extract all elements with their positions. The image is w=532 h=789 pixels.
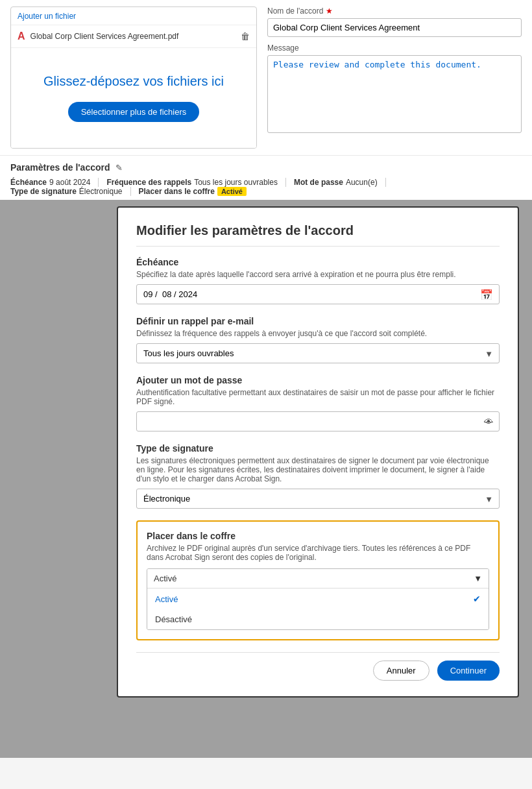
- top-section: Ajouter un fichier A Global Corp Client …: [0, 0, 532, 155]
- modal-sig-type-section: Type de signature Les signatures électro…: [136, 443, 500, 509]
- modal-deadline-section: Échéance Spécifiez la date après laquell…: [136, 257, 500, 304]
- right-panel: Nom de l'accord ★ Message Please review …: [267, 6, 522, 149]
- params-title: Paramètres de l'accord: [10, 162, 110, 173]
- file-item: A Global Corp Client Services Agreement.…: [11, 25, 256, 48]
- param-deadline: Échéance 9 août 2024: [10, 178, 99, 187]
- vault-title: Placer dans le coffre: [147, 531, 489, 541]
- cancel-button[interactable]: Annuler: [373, 661, 429, 681]
- message-textarea[interactable]: Please review and complete this document…: [267, 55, 522, 133]
- eye-icon[interactable]: 👁: [484, 417, 493, 427]
- vault-dropdown: Activé ▼ Activé ✔ Désactivé: [147, 568, 489, 630]
- edit-icon[interactable]: ✎: [115, 163, 123, 173]
- modal-footer: Annuler Continuer: [136, 652, 500, 681]
- modal-overlay: Modifier les paramètres de l'accord Éché…: [0, 200, 532, 758]
- vault-selected-value: Activé: [154, 574, 176, 583]
- modal-password-section: Ajouter un mot de passe Authentification…: [136, 375, 500, 431]
- params-header: Paramètres de l'accord ✎: [10, 162, 522, 173]
- sig-type-select[interactable]: Électronique Écrite: [136, 489, 500, 509]
- modal-reminder-desc: Définissez la fréquence des rappels à en…: [136, 329, 500, 338]
- modal-sig-type-title: Type de signature: [136, 443, 500, 454]
- agreement-name-input[interactable]: [267, 18, 522, 37]
- modal-title: Modifier les paramètres de l'accord: [136, 223, 500, 247]
- params-section: Paramètres de l'accord ✎ Échéance 9 août…: [0, 155, 532, 200]
- modal-deadline-desc: Spécifiez la date après laquelle l'accor…: [136, 270, 500, 279]
- file-upload-panel: Ajouter un fichier A Global Corp Client …: [10, 6, 257, 149]
- pdf-icon: A: [18, 30, 25, 42]
- modal-deadline-title: Échéance: [136, 257, 500, 267]
- modal-sig-type-desc: Les signatures électroniques permettent …: [136, 456, 500, 483]
- vault-dropdown-selected[interactable]: Activé ▼: [147, 569, 489, 589]
- vault-dropdown-options: Activé ✔ Désactivé: [147, 589, 489, 629]
- select-files-button[interactable]: Sélectionner plus de fichiers: [68, 102, 200, 122]
- add-file-link[interactable]: Ajouter un fichier: [18, 12, 76, 21]
- param-password: Mot de passe Aucun(e): [294, 178, 386, 187]
- vault-chevron-icon: ▼: [474, 574, 482, 583]
- vault-option-inactive[interactable]: Désactivé: [147, 609, 489, 629]
- param-vault: Placer dans le coffre Activé: [139, 187, 254, 196]
- calendar-icon[interactable]: 📅: [480, 288, 493, 300]
- deadline-input[interactable]: [136, 284, 500, 304]
- date-input-wrap: 📅: [136, 284, 500, 304]
- vault-desc: Archivez le PDF original auprès d'un ser…: [147, 544, 489, 562]
- vault-option-inactive-label: Désactivé: [155, 614, 192, 624]
- modal-dialog: Modifier les paramètres de l'accord Éché…: [117, 206, 519, 698]
- vault-section: Placer dans le coffre Archivez le PDF or…: [136, 520, 500, 640]
- message-label: Message: [267, 43, 522, 53]
- reminder-select[interactable]: Tous les jours ouvrables Tous les jours …: [136, 343, 500, 363]
- modal-password-title: Ajouter un mot de passe: [136, 375, 500, 385]
- drop-zone[interactable]: Glissez-déposez vos fichiers ici Sélecti…: [11, 48, 256, 148]
- file-upload-header: Ajouter un fichier: [11, 7, 256, 25]
- vault-option-check-icon: ✔: [473, 594, 481, 604]
- message-field: Message Please review and complete this …: [267, 43, 522, 135]
- file-item-left: A Global Corp Client Services Agreement.…: [18, 30, 178, 42]
- modal-password-desc: Authentification facultative permettant …: [136, 388, 500, 406]
- sig-type-select-wrap: Électronique Écrite ▼: [136, 489, 500, 509]
- password-input[interactable]: [136, 411, 500, 431]
- continue-button[interactable]: Continuer: [437, 661, 500, 681]
- vault-option-active[interactable]: Activé ✔: [147, 589, 489, 609]
- delete-icon[interactable]: 🗑: [241, 31, 250, 42]
- agreement-name-label: Nom de l'accord ★: [267, 6, 522, 16]
- drop-text: Glissez-déposez vos fichiers ici: [24, 74, 243, 89]
- reminder-select-wrap: Tous les jours ouvrables Tous les jours …: [136, 343, 500, 363]
- params-bar: Échéance 9 août 2024 Fréquence des rappe…: [10, 178, 522, 196]
- file-name: Global Corp Client Services Agreement.pd…: [30, 32, 179, 41]
- agreement-name-field: Nom de l'accord ★: [267, 6, 522, 37]
- modal-reminder-title: Définir un rappel par e-mail: [136, 316, 500, 326]
- vault-option-active-label: Activé: [155, 594, 178, 604]
- param-reminder: Fréquence des rappels Tous les jours ouv…: [106, 178, 285, 187]
- password-input-wrap: 👁: [136, 411, 500, 431]
- vault-active-badge: Activé: [217, 187, 247, 196]
- param-sig-type: Type de signature Électronique: [10, 187, 131, 196]
- modal-reminder-section: Définir un rappel par e-mail Définissez …: [136, 316, 500, 363]
